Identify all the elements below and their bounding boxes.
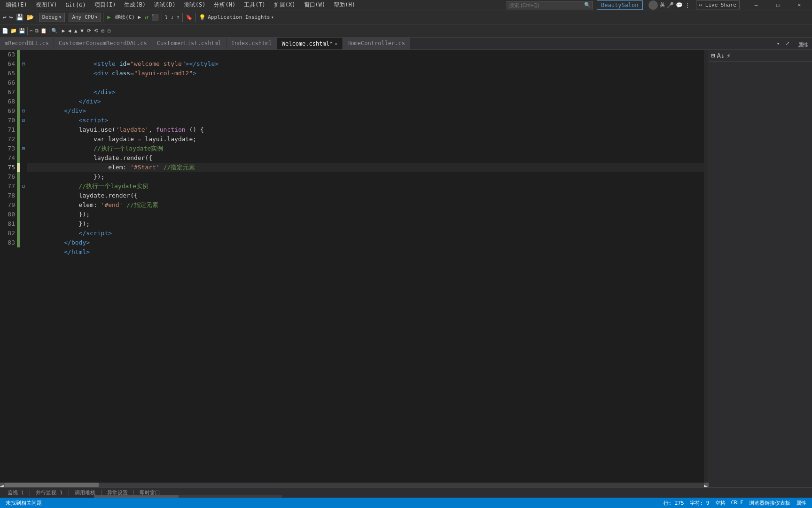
tab-customerconsum[interactable]: CustomerConsumRecordDAL.cs	[54, 38, 152, 49]
user-avatar	[648, 0, 658, 10]
menu-item-view[interactable]: 视图(V)	[32, 0, 61, 10]
open-icon[interactable]: 📂	[25, 13, 35, 22]
stop-icon[interactable]: ⬛	[150, 13, 160, 22]
tab-index[interactable]: Index.cshtml	[226, 38, 277, 49]
tab-homecontroller[interactable]: HomeController.cs	[343, 38, 410, 49]
close-button[interactable]: ✕	[789, 0, 810, 10]
redo-icon[interactable]: ↪	[8, 13, 14, 22]
fold-64[interactable]: ⊟	[20, 59, 27, 69]
menu-item-help[interactable]: 帮助(H)	[330, 0, 359, 10]
properties-sort-icon[interactable]: A↓	[716, 51, 726, 60]
menu-item-test[interactable]: 测试(S)	[180, 0, 210, 10]
scrollbar-vertical[interactable]: ▲	[704, 50, 709, 483]
fold-71	[20, 125, 27, 135]
fold-gutter: ⊟ ⊟ ⊟ ⊟ ⊟	[20, 50, 27, 483]
menu-item-tools[interactable]: 工具(T)	[240, 0, 269, 10]
fold-73[interactable]: ⊟	[20, 144, 27, 153]
insights-label[interactable]: Application Insights	[208, 14, 270, 20]
menu-item-analyze[interactable]: 分析(N)	[210, 0, 239, 10]
search-input[interactable]	[509, 2, 584, 8]
menu-item-git[interactable]: Git(G)	[62, 1, 89, 9]
line-position[interactable]: 行: 275	[662, 500, 686, 507]
minimize-button[interactable]: —	[745, 0, 767, 10]
insights-icon[interactable]: 💡	[198, 13, 207, 22]
bookmark-icon[interactable]: 🔖	[185, 13, 194, 22]
tab-expand-button[interactable]: ⤢	[783, 38, 792, 49]
liveshare-icon[interactable]: ↔ Live Share	[696, 0, 740, 9]
open-file-icon[interactable]: 📁	[10, 28, 17, 34]
step-over-icon[interactable]: ⤵	[164, 13, 169, 21]
cut-icon[interactable]: ✂	[30, 28, 33, 34]
menu-item-debug[interactable]: 调试(D)	[150, 0, 180, 10]
cpu-config-dropdown[interactable]: Any CPU ▾	[69, 13, 101, 22]
fold-69[interactable]: ⊟	[20, 106, 27, 116]
separator-4	[182, 13, 183, 22]
tab-label: Welcome.cshtml*	[282, 40, 333, 47]
code-content[interactable]: <style id="welcome_style"></style> <div …	[27, 50, 704, 483]
encoding-label[interactable]: CRLF	[729, 500, 746, 507]
tab-customerlist[interactable]: CustomerList.cshtml	[152, 38, 226, 49]
scrollbar-horizontal[interactable]: ◀ ▶	[0, 483, 709, 487]
line-num-79: 79	[0, 200, 15, 210]
tab-welcome[interactable]: Welcome.cshtml* ✕	[277, 38, 343, 49]
space-label[interactable]: 空格	[713, 500, 727, 507]
properties-filter-icon[interactable]: ⚡	[726, 51, 731, 60]
h-scroll-track	[5, 483, 704, 487]
step-out-icon[interactable]: ↑	[176, 13, 181, 21]
step-into-icon[interactable]: ↓	[170, 13, 175, 21]
menu-item-window[interactable]: 窗口(W)	[300, 0, 329, 10]
menu-bar: 编辑(E) 视图(V) Git(G) 项目(I) 生成(B) 调试(D) 测试(…	[0, 0, 812, 10]
maximize-button[interactable]: □	[767, 0, 789, 10]
menu-item-edit[interactable]: 编辑(E)	[2, 0, 31, 10]
separator-5	[195, 13, 196, 22]
editor-area: 63 64 65 66 67 68 69 70 71 72 73 74 75 7…	[0, 50, 709, 487]
tab-list-button[interactable]: ▾	[773, 38, 783, 49]
properties-panel-label[interactable]: 属性	[794, 40, 812, 49]
menu-item-project[interactable]: 项目(I)	[91, 0, 120, 10]
fold-67	[20, 87, 27, 97]
scroll-left-arrow[interactable]: ◀	[0, 483, 5, 487]
grid-icon[interactable]: ⋮	[685, 2, 690, 8]
line-num-74: 74	[0, 153, 15, 163]
fold-82	[20, 229, 27, 238]
line-num-73: 73	[0, 144, 15, 153]
menu-item-extend[interactable]: 扩展(X)	[270, 0, 299, 10]
chevron-down-icon-2: ▾	[95, 14, 98, 20]
sep3	[60, 27, 60, 35]
paste-icon[interactable]: 📋	[40, 28, 47, 34]
fold-76	[20, 172, 27, 182]
code-line-68: </div>	[27, 97, 704, 106]
fold-70[interactable]: ⊟	[20, 116, 27, 125]
line-num-83: 83	[0, 238, 15, 247]
tab-mrecordbll[interactable]: mRecordBLL.cs	[0, 38, 54, 49]
bottom-tab-parallel-watch[interactable]: 并行监视 1	[32, 488, 66, 497]
properties-label[interactable]: 属性	[794, 500, 808, 507]
close-tab-icon[interactable]: ✕	[335, 41, 337, 46]
char-position[interactable]: 字符: 9	[688, 500, 711, 507]
scroll-right-arrow[interactable]: ▶	[704, 483, 709, 487]
save-all-icon[interactable]: 💾	[19, 28, 25, 34]
h-scroll-indicator	[94, 495, 179, 498]
h-scroll-thumb[interactable]	[5, 483, 99, 487]
browser-link-label[interactable]: 浏览器链接仪表板	[747, 500, 792, 507]
no-issues-label[interactable]: 未找到相关问题	[4, 500, 44, 507]
menu-item-build[interactable]: 生成(B)	[120, 0, 149, 10]
debug-config-dropdown[interactable]: Debug ▾	[39, 13, 65, 22]
tabs-bar: mRecordBLL.cs CustomerConsumRecordDAL.cs…	[0, 38, 812, 50]
undo-icon[interactable]: ↩	[2, 13, 8, 22]
continue-label[interactable]: 继续(C) ▶	[113, 13, 143, 22]
mic-icon[interactable]: 🎤	[667, 2, 674, 8]
save-icon[interactable]: 💾	[15, 13, 24, 22]
properties-grid-icon[interactable]: ⊞	[710, 51, 716, 60]
find-icon[interactable]: 🔍	[51, 28, 58, 34]
continue-button[interactable]: ▶	[105, 13, 112, 21]
insights-chevron[interactable]: ▾	[271, 15, 274, 20]
copy-icon[interactable]: ⧉	[35, 28, 39, 34]
sep	[27, 27, 28, 35]
bottom-tab-watch[interactable]: 监视 1	[4, 488, 28, 497]
fold-77[interactable]: ⊟	[20, 182, 27, 191]
new-file-icon[interactable]: 📄	[2, 28, 8, 34]
feedback-icon[interactable]: 💬	[676, 2, 683, 8]
line-num-80: 80	[0, 210, 15, 219]
restart-icon[interactable]: ↺	[144, 13, 149, 22]
